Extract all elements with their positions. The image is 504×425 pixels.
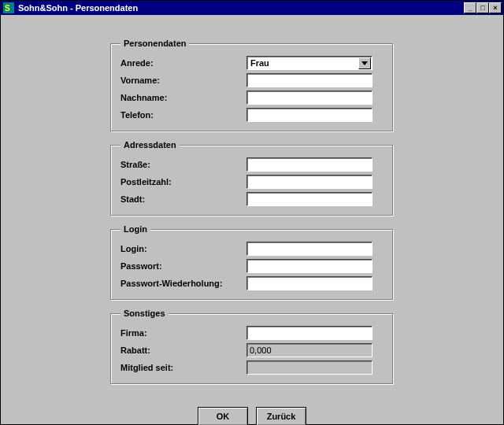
lastname-input[interactable]	[246, 91, 372, 105]
salutation-value: Frau	[247, 58, 358, 68]
phone-label: Telefon:	[120, 110, 246, 120]
window-title: Sohn&Sohn - Personendaten	[18, 3, 464, 13]
login-input[interactable]	[246, 242, 372, 256]
member-since-label: Mitglied seit:	[120, 363, 246, 372]
group-login-legend: Login	[120, 224, 150, 234]
password-repeat-label: Passwort-Wiederholung:	[120, 279, 246, 288]
password-repeat-input[interactable]	[246, 276, 372, 290]
group-misc-legend: Sonstiges	[120, 309, 169, 318]
group-misc: Sonstiges Firma: Rabatt: 0,000 Mitglied …	[110, 309, 394, 385]
group-address: Adressdaten Straße: Postleitzahl: Stadt:	[110, 140, 394, 216]
group-person-legend: Personendaten	[120, 39, 189, 48]
discount-label: Rabatt:	[120, 346, 246, 355]
salutation-label: Anrede:	[120, 58, 246, 68]
salutation-select[interactable]: Frau	[246, 56, 372, 70]
lastname-label: Nachname:	[120, 93, 246, 102]
back-button[interactable]: Zurück	[256, 407, 306, 425]
group-person: Personendaten Anrede: Frau Vorname: Nac	[110, 39, 394, 132]
zip-label: Postleitzahl:	[120, 177, 246, 187]
window-controls: _ □ ×	[464, 2, 502, 13]
maximize-button[interactable]: □	[476, 2, 489, 13]
close-button[interactable]: ×	[489, 2, 502, 13]
app-window: S Sohn&Sohn - Personendaten _ □ × Person…	[0, 0, 504, 425]
chevron-down-icon	[358, 57, 371, 69]
firstname-input[interactable]	[246, 73, 372, 87]
member-since-value	[246, 360, 372, 375]
phone-input[interactable]	[246, 108, 372, 122]
titlebar: S Sohn&Sohn - Personendaten _ □ ×	[1, 1, 503, 15]
app-icon: S	[2, 2, 15, 14]
svg-text:S: S	[5, 4, 10, 13]
company-label: Firma:	[120, 328, 246, 338]
discount-value: 0,000	[246, 343, 372, 357]
group-address-legend: Adressdaten	[120, 140, 180, 150]
svg-marker-2	[361, 61, 368, 65]
street-input[interactable]	[246, 157, 372, 172]
zip-input[interactable]	[246, 175, 372, 189]
firstname-label: Vorname:	[120, 76, 246, 85]
client-area: Personendaten Anrede: Frau Vorname: Nac	[1, 15, 503, 425]
city-input[interactable]	[246, 192, 372, 206]
city-label: Stadt:	[120, 194, 246, 204]
company-input[interactable]	[246, 326, 372, 340]
minimize-button[interactable]: _	[464, 2, 476, 13]
button-row: OK Zurück	[198, 407, 306, 425]
ok-button[interactable]: OK	[198, 407, 248, 425]
login-label: Login:	[120, 244, 246, 253]
group-login: Login Login: Passwort: Passwort-Wiederho…	[110, 224, 394, 301]
password-input[interactable]	[246, 259, 372, 273]
password-label: Passwort:	[120, 261, 246, 271]
street-label: Straße:	[120, 160, 246, 169]
